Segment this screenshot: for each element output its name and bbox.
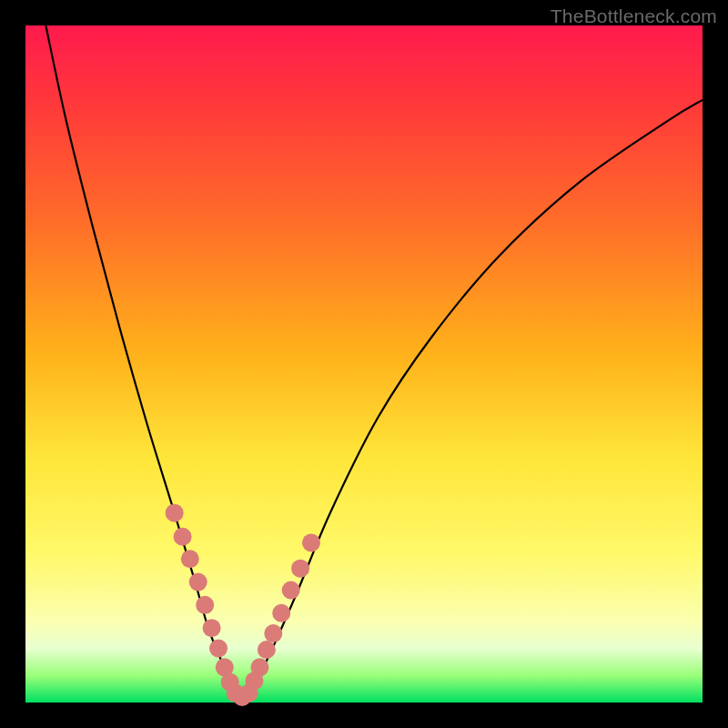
curve-marker	[209, 639, 228, 657]
bottleneck-plot	[25, 25, 703, 703]
curve-marker	[250, 658, 268, 676]
curve-marker	[258, 641, 276, 659]
curve-marker	[196, 596, 214, 614]
curve-marker	[181, 550, 199, 568]
curve-marker	[189, 573, 207, 592]
attribution-text: TheBottleneck.com	[551, 5, 717, 27]
curve-marker	[282, 581, 300, 599]
curve-marker	[264, 624, 282, 642]
curve-marker	[174, 528, 192, 546]
curve-marker	[302, 533, 320, 551]
curve-marker	[166, 504, 184, 522]
curve-marker	[291, 560, 309, 578]
chart-frame	[25, 25, 703, 703]
marker-group	[166, 504, 320, 706]
bottleneck-curve	[46, 25, 703, 697]
curve-marker	[272, 604, 290, 622]
curve-marker	[203, 619, 221, 637]
